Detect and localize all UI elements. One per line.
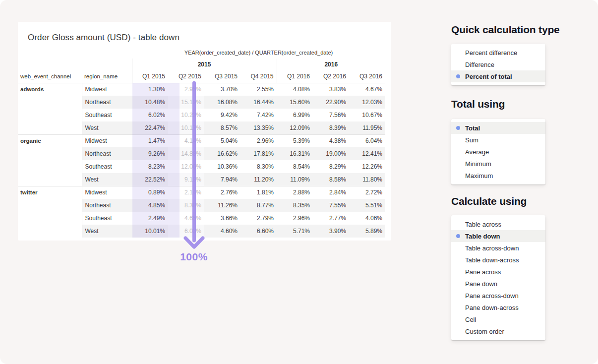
value-cell: 9.42% [204, 109, 240, 121]
selected-dot-icon [456, 234, 460, 238]
column-header-q4-2015: Q4 2015 [240, 70, 277, 83]
menu-option-custom-order[interactable]: Custom order [451, 325, 545, 337]
menu-option-table-across[interactable]: Table across [451, 218, 545, 230]
value-cell: 4.08% [277, 83, 313, 96]
value-cell: 15.19% [168, 96, 204, 109]
value-cell: 16.44% [240, 96, 277, 109]
menu-option-label: Pane down-across [465, 304, 519, 311]
region-cell: West [82, 173, 132, 186]
value-cell: 6.04% [349, 134, 385, 147]
value-cell: 5.71% [277, 225, 313, 238]
value-cell: 5.39% [277, 134, 313, 147]
menu-option-pane-down-across[interactable]: Pane down-across [451, 302, 545, 313]
menu-option-total[interactable]: Total [451, 122, 545, 134]
column-header-q1-2016: Q1 2016 [277, 70, 313, 83]
table-row: organicMidwest1.47%4.14%5.04%2.96%5.39%4… [18, 134, 385, 147]
value-cell: 1.30% [132, 83, 168, 96]
menu-option-label: Cell [465, 316, 476, 323]
value-cell: 8.29% [313, 160, 349, 173]
menu-option-minimum[interactable]: Minimum [451, 158, 545, 170]
value-cell: 3.90% [313, 225, 349, 238]
menu-option-percent-of-total[interactable]: Percent of total [451, 70, 545, 82]
menu-option-maximum[interactable]: Maximum [451, 170, 545, 182]
value-cell: 9.18% [168, 173, 204, 186]
value-cell: 6.60% [240, 225, 277, 238]
pivot-table: YEAR(order_created_date) / QUARTER(order… [18, 47, 385, 238]
value-cell: 2.88% [277, 186, 313, 199]
region-cell: Southeast [82, 109, 132, 121]
value-cell: 8.35% [277, 199, 313, 212]
menu-option-sum[interactable]: Sum [451, 134, 545, 146]
value-cell: 2.14% [168, 186, 204, 199]
value-cell: 12.26% [349, 160, 385, 173]
value-cell: 5.04% [204, 134, 240, 147]
menu-option-label: Pane across [465, 268, 501, 276]
menu-option-percent-difference[interactable]: Percent difference [451, 47, 545, 59]
value-cell: 3.70% [204, 83, 240, 96]
value-cell: 6.02% [132, 109, 168, 121]
channel-cell: twitter [18, 186, 82, 238]
value-cell: 8.54% [277, 160, 313, 173]
value-cell: 22.90% [313, 96, 349, 109]
year-header-row: 2015 2016 [18, 59, 385, 70]
column-header-q1-2015: Q1 2015 [132, 70, 168, 83]
column-header-q3-2016: Q3 2016 [349, 70, 385, 83]
dot-placeholder [456, 317, 460, 321]
dot-placeholder [456, 246, 460, 250]
value-cell: 7.55% [313, 199, 349, 212]
value-cell: 5.51% [349, 199, 385, 212]
menu-option-table-down-across[interactable]: Table down-across [451, 254, 545, 266]
value-cell: 4.85% [132, 199, 168, 212]
total-using-menu: TotalSumAverageMinimumMaximum [451, 119, 545, 184]
value-cell: 11.26% [204, 199, 240, 212]
menu-option-difference[interactable]: Difference [451, 59, 545, 70]
value-cell: 16.31% [277, 147, 313, 160]
value-cell: 9.26% [132, 147, 168, 160]
value-cell: 4.14% [168, 134, 204, 147]
menu-option-pane-across-down[interactable]: Pane across-down [451, 290, 545, 302]
value-cell: 12.06% [168, 160, 204, 173]
value-cell: 2.96% [240, 134, 277, 147]
menu-option-label: Percent difference [465, 49, 517, 57]
menu-option-label: Table across [465, 221, 501, 228]
value-cell: 8.39% [313, 121, 349, 134]
region-cell: Midwest [82, 83, 132, 96]
menu-option-pane-down[interactable]: Pane down [451, 278, 545, 290]
value-cell: 2.55% [240, 83, 277, 96]
value-cell: 8.77% [240, 199, 277, 212]
menu-option-label: Difference [465, 61, 494, 68]
page-background: Order Gloss amount (USD) - table down YE… [0, 0, 598, 364]
column-header-q2-2015: Q2 2015 [168, 70, 204, 83]
value-cell: 16.62% [204, 147, 240, 160]
region-cell: West [82, 225, 132, 238]
menu-option-table-down[interactable]: Table down [451, 230, 545, 242]
menu-option-cell[interactable]: Cell [451, 313, 545, 325]
menu-option-average[interactable]: Average [451, 146, 545, 158]
value-cell: 8.38% [168, 199, 204, 212]
value-cell: 1.81% [240, 186, 277, 199]
quick-calculation-type-menu: Percent differenceDifferencePercent of t… [451, 44, 545, 85]
value-cell: 8.57% [204, 121, 240, 134]
year-header-2016: 2016 [277, 59, 385, 70]
menu-option-pane-across[interactable]: Pane across [451, 266, 545, 278]
menu-option-label: Pane down [465, 280, 497, 288]
section-heading-calculate-using: Calculate using [451, 195, 590, 207]
dot-placeholder [456, 174, 460, 178]
dot-placeholder [456, 270, 460, 274]
region-cell: Southeast [82, 212, 132, 225]
menu-option-label: Table down-across [465, 256, 519, 264]
year-header-2015: 2015 [132, 59, 277, 70]
menu-option-table-across-down[interactable]: Table across-down [451, 242, 545, 254]
value-cell: 22.47% [132, 121, 168, 134]
menu-option-label: Custom order [465, 328, 504, 335]
report-title: Order Gloss amount (USD) - table down [28, 33, 179, 43]
menu-option-label: Table across-down [465, 244, 519, 252]
region-cell: Midwest [82, 134, 132, 147]
value-cell: 4.67% [349, 83, 385, 96]
column-axis-label: YEAR(order_created_date) / QUARTER(order… [132, 47, 385, 59]
value-cell: 8.58% [313, 173, 349, 186]
dot-placeholder [456, 138, 460, 142]
value-cell: 8.23% [132, 160, 168, 173]
value-cell: 7.56% [313, 109, 349, 121]
menu-option-label: Pane across-down [465, 292, 519, 300]
